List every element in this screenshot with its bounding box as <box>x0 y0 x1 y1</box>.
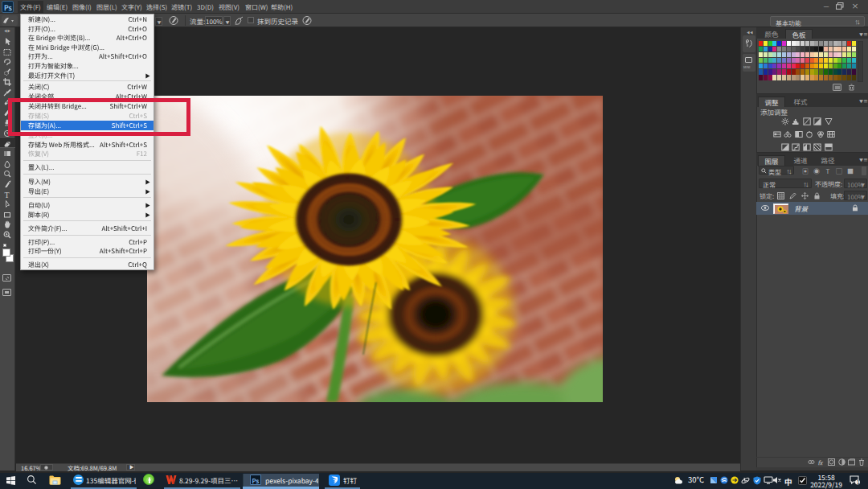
svg-text:1: 1 <box>857 479 860 485</box>
svg-text:T: T <box>5 191 10 199</box>
